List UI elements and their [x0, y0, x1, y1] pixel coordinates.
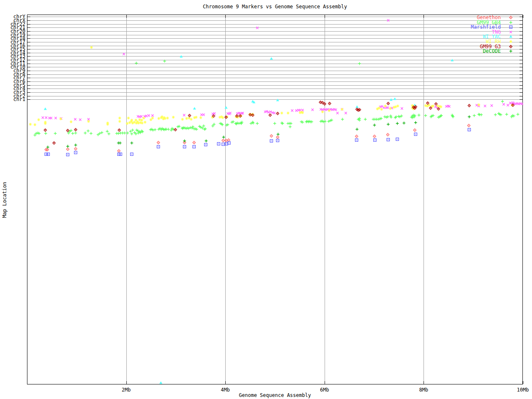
- y-tick-mark-left: [27, 46, 30, 46]
- y-tick-mark-left: [27, 78, 30, 78]
- y-tick-mark-right: [520, 42, 522, 42]
- x-tick-mark-bottom: [325, 381, 325, 384]
- y-tick-mark-left: [27, 17, 30, 17]
- y-tick-mark-right: [520, 81, 522, 82]
- gridline-chromosome: [27, 78, 522, 78]
- gridline-chromosome: [27, 85, 522, 86]
- legend-glyph-svg: [507, 44, 514, 49]
- legend-marker-icon: [507, 34, 514, 39]
- x-tick-mark-top: [325, 15, 325, 18]
- y-axis-title: Map Location: [2, 182, 7, 218]
- gridline-chromosome: [27, 89, 522, 89]
- y-tick-mark-right: [520, 92, 522, 93]
- gridline-chromosome: [27, 56, 522, 57]
- data-point: [510, 21, 512, 24]
- y-tick-mark-right: [520, 49, 522, 49]
- gridline-chromosome: [27, 92, 522, 93]
- gridline-chromosome: [27, 99, 522, 100]
- gridline-chromosome: [27, 81, 522, 82]
- gridline-chromosome: [27, 67, 522, 67]
- y-tick-mark-left: [27, 42, 30, 42]
- y-tick-mark-right: [520, 85, 522, 86]
- y-tick-mark-right: [520, 35, 522, 35]
- x-tick-mark-bottom: [225, 381, 226, 384]
- legend-marker-icon: [507, 30, 514, 34]
- x-tick-label: 10Mb: [510, 387, 532, 393]
- data-point: [509, 35, 512, 38]
- x-tick-mark-bottom: [424, 381, 424, 384]
- y-tick-mark-left: [27, 53, 30, 53]
- y-tick-mark-right: [520, 20, 522, 21]
- legend-glyph-svg: [507, 34, 514, 39]
- y-tick-mark-right: [520, 64, 522, 64]
- data-point: [510, 50, 512, 53]
- gridline-mb: [126, 15, 127, 384]
- y-tick-mark-right: [520, 60, 522, 60]
- y-tick-mark-left: [27, 89, 30, 89]
- y-tick-mark-right: [520, 17, 522, 17]
- chart-canvas: Chromosome 9 Markers vs Genome Sequence …: [0, 0, 532, 399]
- chart-title: Chromosome 9 Markers vs Genome Sequence …: [27, 4, 523, 10]
- y-tick-mark-right: [520, 89, 522, 89]
- legend-marker-icon: [507, 20, 514, 25]
- legend-glyph-svg: [507, 30, 514, 34]
- legend-glyph-svg: [507, 25, 514, 30]
- legend-marker-icon: [507, 15, 514, 20]
- x-tick-label: 4Mb: [212, 387, 239, 393]
- gridline-mb: [424, 15, 424, 384]
- y-tick-mark-left: [27, 24, 30, 25]
- y-tick-mark-left: [27, 60, 30, 60]
- x-tick-mark-bottom: [523, 381, 523, 384]
- x-tick-label: 2Mb: [113, 387, 140, 393]
- y-tick-mark-right: [520, 74, 522, 75]
- x-tick-mark-top: [126, 15, 127, 18]
- gridline-mb: [325, 15, 325, 384]
- y-tick-mark-left: [27, 74, 30, 75]
- gridline-chromosome: [27, 64, 522, 64]
- legend-glyph-svg: [507, 15, 514, 20]
- y-tick-mark-left: [27, 96, 30, 96]
- y-tick-label: chr1: [0, 97, 25, 102]
- y-tick-mark-left: [27, 38, 30, 39]
- y-tick-mark-left: [27, 49, 30, 49]
- y-tick-mark-right: [520, 46, 522, 46]
- gridline-mb: [225, 15, 226, 384]
- y-tick-mark-left: [27, 20, 30, 21]
- y-tick-mark-left: [27, 81, 30, 82]
- legend-marker-icon: [507, 49, 514, 54]
- x-tick-label: 8Mb: [410, 387, 437, 393]
- x-tick-label: 6Mb: [311, 387, 338, 393]
- y-tick-mark-left: [27, 92, 30, 93]
- y-tick-mark-right: [520, 99, 522, 100]
- y-tick-mark-left: [27, 99, 30, 100]
- x-axis-title: Genome Sequence Assembly: [27, 392, 523, 398]
- x-tick-mark-bottom: [126, 381, 127, 384]
- y-tick-mark-right: [520, 27, 522, 28]
- y-tick-mark-left: [27, 35, 30, 35]
- y-tick-mark-right: [520, 56, 522, 57]
- data-point: [510, 31, 512, 33]
- y-tick-mark-left: [27, 64, 30, 64]
- y-tick-mark-right: [520, 67, 522, 67]
- legend-marker-icon: [507, 39, 514, 44]
- gridline-chromosome: [27, 60, 522, 60]
- gridline-chromosome: [27, 96, 522, 96]
- y-tick-mark-left: [27, 56, 30, 57]
- gridline-chromosome: [27, 71, 522, 71]
- y-tick-mark-right: [520, 78, 522, 78]
- y-tick-mark-right: [520, 24, 522, 25]
- legend-label: Marshfield: [436, 25, 501, 30]
- legend-glyph-svg: [507, 49, 514, 54]
- legend-marker-icon: [507, 44, 514, 49]
- y-tick-mark-left: [27, 67, 30, 67]
- y-tick-mark-right: [520, 96, 522, 96]
- x-tick-mark-top: [424, 15, 424, 18]
- y-tick-mark-left: [27, 27, 30, 28]
- y-tick-mark-left: [27, 85, 30, 86]
- y-tick-mark-right: [520, 71, 522, 71]
- data-point: [510, 40, 512, 43]
- y-tick-mark-left: [27, 31, 30, 32]
- y-tick-mark-right: [520, 38, 522, 39]
- y-tick-mark-right: [520, 31, 522, 32]
- y-tick-mark-left: [27, 71, 30, 71]
